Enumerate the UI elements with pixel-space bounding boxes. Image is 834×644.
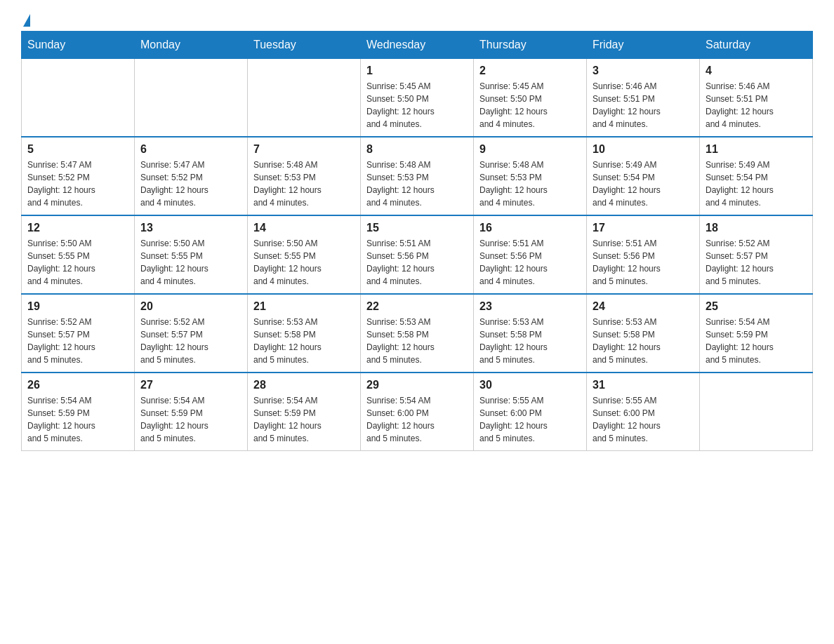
day-info: Sunrise: 5:48 AM Sunset: 5:53 PM Dayligh… (366, 159, 468, 209)
calendar-cell: 28Sunrise: 5:54 AM Sunset: 5:59 PM Dayli… (248, 373, 361, 451)
day-info: Sunrise: 5:49 AM Sunset: 5:54 PM Dayligh… (706, 159, 807, 209)
calendar-cell: 20Sunrise: 5:52 AM Sunset: 5:57 PM Dayli… (135, 294, 248, 373)
day-info: Sunrise: 5:55 AM Sunset: 6:00 PM Dayligh… (479, 394, 581, 445)
calendar-cell: 26Sunrise: 5:54 AM Sunset: 5:59 PM Dayli… (22, 373, 135, 451)
calendar-cell: 17Sunrise: 5:51 AM Sunset: 5:56 PM Dayli… (587, 215, 700, 294)
day-number: 29 (366, 379, 468, 391)
day-info: Sunrise: 5:50 AM Sunset: 5:55 PM Dayligh… (253, 237, 355, 288)
day-number: 9 (479, 143, 581, 156)
calendar-cell: 16Sunrise: 5:51 AM Sunset: 5:56 PM Dayli… (474, 215, 587, 294)
calendar-cell: 23Sunrise: 5:53 AM Sunset: 5:58 PM Dayli… (474, 294, 587, 373)
calendar-cell: 13Sunrise: 5:50 AM Sunset: 5:55 PM Dayli… (135, 215, 248, 294)
day-number: 11 (706, 143, 807, 156)
day-info: Sunrise: 5:54 AM Sunset: 5:59 PM Dayligh… (253, 394, 355, 445)
calendar-cell: 1Sunrise: 5:45 AM Sunset: 5:50 PM Daylig… (361, 59, 474, 137)
day-number: 18 (706, 222, 807, 234)
day-number: 7 (253, 143, 355, 156)
day-info: Sunrise: 5:54 AM Sunset: 6:00 PM Dayligh… (366, 394, 468, 445)
day-info: Sunrise: 5:53 AM Sunset: 5:58 PM Dayligh… (479, 316, 581, 366)
calendar-cell (700, 373, 813, 451)
day-number: 16 (479, 222, 581, 234)
day-number: 8 (366, 143, 468, 156)
day-info: Sunrise: 5:51 AM Sunset: 5:56 PM Dayligh… (593, 237, 694, 288)
calendar-cell: 24Sunrise: 5:53 AM Sunset: 5:58 PM Dayli… (587, 294, 700, 373)
calendar-table: SundayMondayTuesdayWednesdayThursdayFrid… (21, 31, 813, 451)
day-number: 22 (366, 300, 468, 313)
column-header-thursday: Thursday (474, 32, 587, 59)
day-info: Sunrise: 5:45 AM Sunset: 5:50 PM Dayligh… (479, 80, 581, 130)
day-info: Sunrise: 5:52 AM Sunset: 5:57 PM Dayligh… (27, 316, 128, 366)
day-info: Sunrise: 5:51 AM Sunset: 5:56 PM Dayligh… (479, 237, 581, 288)
day-info: Sunrise: 5:48 AM Sunset: 5:53 PM Dayligh… (479, 159, 581, 209)
day-number: 10 (593, 143, 694, 156)
day-info: Sunrise: 5:45 AM Sunset: 5:50 PM Dayligh… (366, 80, 468, 130)
column-header-monday: Monday (135, 32, 248, 59)
day-info: Sunrise: 5:52 AM Sunset: 5:57 PM Dayligh… (140, 316, 241, 366)
day-info: Sunrise: 5:54 AM Sunset: 5:59 PM Dayligh… (27, 394, 128, 445)
calendar-week-row: 12Sunrise: 5:50 AM Sunset: 5:55 PM Dayli… (22, 215, 813, 294)
day-number: 23 (479, 300, 581, 313)
calendar-week-row: 1Sunrise: 5:45 AM Sunset: 5:50 PM Daylig… (22, 59, 813, 137)
calendar-cell: 29Sunrise: 5:54 AM Sunset: 6:00 PM Dayli… (361, 373, 474, 451)
calendar-cell: 14Sunrise: 5:50 AM Sunset: 5:55 PM Dayli… (248, 215, 361, 294)
day-number: 3 (593, 65, 694, 77)
day-number: 13 (140, 222, 241, 234)
day-number: 5 (27, 143, 128, 156)
calendar-cell (22, 59, 135, 137)
day-number: 6 (140, 143, 241, 156)
calendar-week-row: 5Sunrise: 5:47 AM Sunset: 5:52 PM Daylig… (22, 137, 813, 215)
calendar-cell: 31Sunrise: 5:55 AM Sunset: 6:00 PM Dayli… (587, 373, 700, 451)
day-number: 31 (593, 379, 694, 391)
day-number: 15 (366, 222, 468, 234)
day-number: 28 (253, 379, 355, 391)
day-info: Sunrise: 5:47 AM Sunset: 5:52 PM Dayligh… (27, 159, 128, 209)
page-header (21, 14, 813, 24)
day-number: 2 (479, 65, 581, 77)
day-info: Sunrise: 5:54 AM Sunset: 5:59 PM Dayligh… (140, 394, 241, 445)
calendar-cell: 7Sunrise: 5:48 AM Sunset: 5:53 PM Daylig… (248, 137, 361, 215)
day-info: Sunrise: 5:51 AM Sunset: 5:56 PM Dayligh… (366, 237, 468, 288)
day-info: Sunrise: 5:52 AM Sunset: 5:57 PM Dayligh… (706, 237, 807, 288)
calendar-cell: 2Sunrise: 5:45 AM Sunset: 5:50 PM Daylig… (474, 59, 587, 137)
calendar-cell: 30Sunrise: 5:55 AM Sunset: 6:00 PM Dayli… (474, 373, 587, 451)
calendar-cell: 22Sunrise: 5:53 AM Sunset: 5:58 PM Dayli… (361, 294, 474, 373)
day-info: Sunrise: 5:48 AM Sunset: 5:53 PM Dayligh… (253, 159, 355, 209)
calendar-cell: 15Sunrise: 5:51 AM Sunset: 5:56 PM Dayli… (361, 215, 474, 294)
day-number: 21 (253, 300, 355, 313)
calendar-cell: 11Sunrise: 5:49 AM Sunset: 5:54 PM Dayli… (700, 137, 813, 215)
calendar-cell: 12Sunrise: 5:50 AM Sunset: 5:55 PM Dayli… (22, 215, 135, 294)
calendar-cell: 25Sunrise: 5:54 AM Sunset: 5:59 PM Dayli… (700, 294, 813, 373)
column-header-friday: Friday (587, 32, 700, 59)
day-info: Sunrise: 5:50 AM Sunset: 5:55 PM Dayligh… (140, 237, 241, 288)
calendar-cell: 4Sunrise: 5:46 AM Sunset: 5:51 PM Daylig… (700, 59, 813, 137)
calendar-week-row: 19Sunrise: 5:52 AM Sunset: 5:57 PM Dayli… (22, 294, 813, 373)
day-number: 26 (27, 379, 128, 391)
day-number: 25 (706, 300, 807, 313)
calendar-cell: 5Sunrise: 5:47 AM Sunset: 5:52 PM Daylig… (22, 137, 135, 215)
day-info: Sunrise: 5:53 AM Sunset: 5:58 PM Dayligh… (366, 316, 468, 366)
calendar-cell: 18Sunrise: 5:52 AM Sunset: 5:57 PM Dayli… (700, 215, 813, 294)
day-number: 19 (27, 300, 128, 313)
day-info: Sunrise: 5:50 AM Sunset: 5:55 PM Dayligh… (27, 237, 128, 288)
calendar-cell: 10Sunrise: 5:49 AM Sunset: 5:54 PM Dayli… (587, 137, 700, 215)
day-number: 17 (593, 222, 694, 234)
calendar-week-row: 26Sunrise: 5:54 AM Sunset: 5:59 PM Dayli… (22, 373, 813, 451)
column-header-wednesday: Wednesday (361, 32, 474, 59)
day-info: Sunrise: 5:49 AM Sunset: 5:54 PM Dayligh… (593, 159, 694, 209)
calendar-cell: 3Sunrise: 5:46 AM Sunset: 5:51 PM Daylig… (587, 59, 700, 137)
day-number: 24 (593, 300, 694, 313)
day-number: 12 (27, 222, 128, 234)
day-number: 20 (140, 300, 241, 313)
logo (21, 14, 30, 24)
day-info: Sunrise: 5:54 AM Sunset: 5:59 PM Dayligh… (706, 316, 807, 366)
column-header-saturday: Saturday (700, 32, 813, 59)
calendar-cell: 6Sunrise: 5:47 AM Sunset: 5:52 PM Daylig… (135, 137, 248, 215)
day-info: Sunrise: 5:47 AM Sunset: 5:52 PM Dayligh… (140, 159, 241, 209)
day-number: 30 (479, 379, 581, 391)
column-header-tuesday: Tuesday (248, 32, 361, 59)
calendar-cell: 9Sunrise: 5:48 AM Sunset: 5:53 PM Daylig… (474, 137, 587, 215)
day-number: 14 (253, 222, 355, 234)
calendar-cell (248, 59, 361, 137)
calendar-cell: 8Sunrise: 5:48 AM Sunset: 5:53 PM Daylig… (361, 137, 474, 215)
column-header-sunday: Sunday (22, 32, 135, 59)
